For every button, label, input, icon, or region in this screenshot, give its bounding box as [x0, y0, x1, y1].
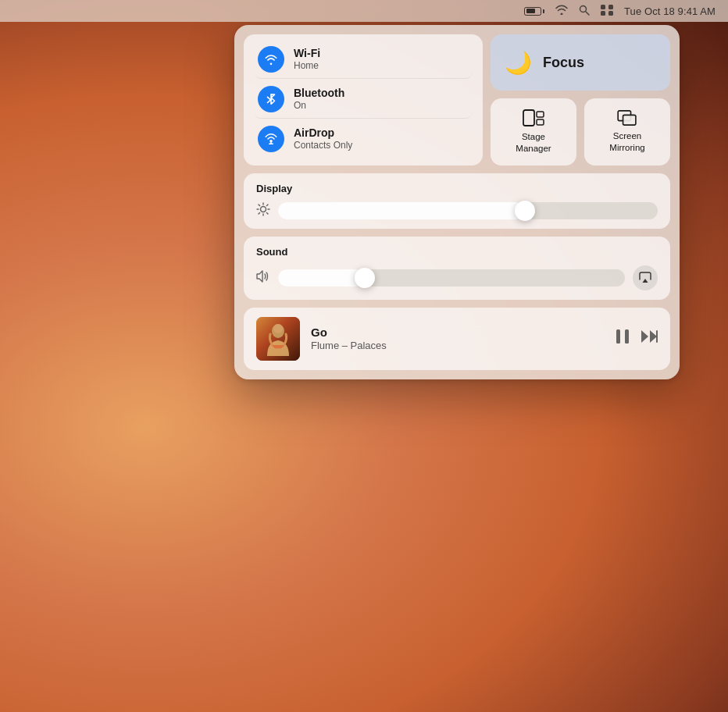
playback-controls: [616, 329, 658, 348]
small-panels-row: StageManager ScreenMirroring: [491, 98, 670, 166]
focus-panel[interactable]: 🌙 Focus: [491, 34, 670, 91]
brightness-slider[interactable]: [278, 202, 658, 219]
airdrop-icon: [264, 132, 278, 146]
search-menubar-icon: [579, 5, 590, 18]
svg-line-19: [267, 205, 269, 206]
volume-slider[interactable]: [278, 269, 625, 287]
menubar-datetime: Tue Oct 18 9:41 AM: [624, 5, 716, 17]
display-slider-row: [256, 202, 658, 219]
wifi-icon: [264, 52, 278, 66]
display-label: Display: [256, 183, 658, 194]
brightness-icon: [256, 202, 270, 219]
album-art: [256, 317, 300, 361]
svg-point-12: [261, 207, 266, 212]
svg-point-23: [273, 324, 283, 333]
svg-rect-5: [608, 11, 613, 16]
svg-line-18: [267, 213, 269, 215]
airdrop-text: AirDrop Contacts Only: [294, 126, 352, 151]
track-title: Go: [311, 325, 605, 340]
svg-rect-9: [537, 119, 544, 125]
airdrop-subtitle: Contacts Only: [294, 140, 352, 151]
pause-button[interactable]: [616, 329, 630, 348]
svg-line-20: [259, 213, 260, 215]
stage-manager-label: StageManager: [516, 131, 551, 155]
track-info: Go Flume – Palaces: [311, 325, 605, 353]
svg-rect-4: [601, 11, 605, 16]
bluetooth-title: Bluetooth: [294, 87, 344, 100]
stage-manager-panel[interactable]: StageManager: [491, 98, 576, 166]
svg-rect-25: [625, 329, 629, 344]
screen-mirroring-panel[interactable]: ScreenMirroring: [584, 98, 670, 166]
bluetooth-text: Bluetooth On: [294, 87, 344, 111]
track-artist: Flume – Palaces: [311, 340, 605, 353]
airdrop-title: AirDrop: [294, 126, 352, 140]
wifi-icon-wrap: [258, 46, 284, 73]
wifi-text: Wi-Fi Home: [294, 47, 320, 71]
airdrop-icon-wrap: [258, 126, 284, 152]
stage-manager-icon: [523, 109, 544, 126]
connectivity-panel: Wi-Fi Home Bluetooth On: [244, 34, 483, 166]
right-column: 🌙 Focus StageManager: [491, 34, 670, 166]
moon-icon: 🌙: [505, 50, 532, 76]
svg-rect-24: [616, 329, 620, 344]
screen-mirroring-icon: [617, 110, 637, 126]
volume-icon: [256, 270, 270, 285]
focus-label: Focus: [543, 55, 584, 71]
album-art-background: [256, 317, 300, 361]
control-center-menubar-icon[interactable]: [601, 5, 613, 18]
svg-rect-3: [608, 5, 613, 9]
wifi-subtitle: Home: [294, 60, 320, 71]
svg-rect-8: [537, 112, 544, 117]
bluetooth-icon-wrap: [258, 86, 284, 112]
control-center-panel: Wi-Fi Home Bluetooth On: [234, 25, 680, 379]
sound-slider-row: [256, 265, 658, 290]
airplay-icon: [639, 272, 651, 283]
album-art-graphic: [256, 317, 300, 361]
skip-forward-button[interactable]: [641, 329, 658, 347]
svg-line-17: [259, 205, 260, 206]
bluetooth-subtitle: On: [294, 100, 344, 111]
svg-rect-2: [601, 5, 605, 9]
svg-rect-11: [623, 115, 636, 125]
top-row: Wi-Fi Home Bluetooth On: [244, 34, 670, 166]
bluetooth-item[interactable]: Bluetooth On: [255, 80, 472, 119]
screen-mirroring-label: ScreenMirroring: [609, 130, 644, 154]
svg-rect-26: [656, 330, 658, 343]
sound-panel: Sound: [244, 237, 670, 300]
battery-icon: [524, 7, 544, 16]
airdrop-item[interactable]: AirDrop Contacts Only: [255, 120, 472, 158]
sound-label: Sound: [256, 246, 658, 258]
wifi-title: Wi-Fi: [294, 47, 320, 60]
airplay-button[interactable]: [633, 265, 658, 290]
svg-point-0: [580, 5, 587, 12]
display-panel: Display: [244, 173, 670, 229]
svg-rect-7: [523, 110, 534, 126]
bluetooth-icon: [264, 92, 278, 106]
menubar: Tue Oct 18 9:41 AM: [0, 0, 728, 22]
svg-line-1: [586, 12, 589, 15]
wifi-menubar-icon: [555, 5, 568, 17]
now-playing-panel: Go Flume – Palaces: [244, 308, 670, 370]
wifi-item[interactable]: Wi-Fi Home: [255, 41, 472, 79]
